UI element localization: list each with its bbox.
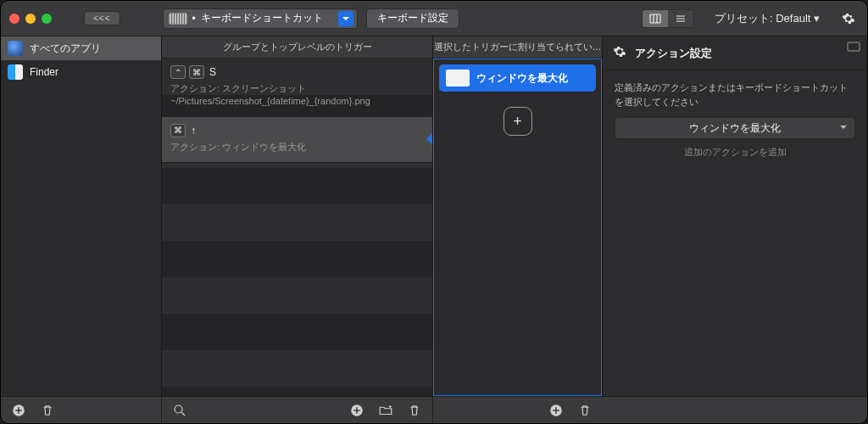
expand-panel-icon[interactable]: [847, 42, 860, 54]
sidebar-item-all-apps[interactable]: すべてのアプリ: [1, 36, 161, 60]
keycap-icon: ⌘: [189, 65, 204, 79]
add-action-button[interactable]: +: [504, 107, 532, 136]
app-window: <<< • キーボードショートカット キーボード設定 プリセット: Defaul…: [0, 0, 868, 424]
dropdown-caret-icon: [338, 11, 353, 26]
add-app-button[interactable]: [9, 401, 28, 420]
action-select[interactable]: ウィンドウを最大化: [615, 117, 855, 139]
new-group-button[interactable]: [376, 401, 395, 420]
triggers-list: ⌃ ⌘ S アクション: スクリーンショット ~/Pictures/Screen…: [162, 59, 432, 396]
assigned-actions-column: 選択したトリガーに割り当てられてい… ウィンドウを最大化 +: [433, 36, 603, 396]
svg-rect-9: [15, 410, 22, 411]
chevron-down-icon: [839, 122, 848, 134]
panel-header: アクション設定: [603, 36, 867, 70]
globe-icon: [8, 41, 23, 56]
key-letter: ↑: [191, 125, 196, 137]
search-button[interactable]: [170, 401, 189, 420]
svg-rect-0: [650, 14, 660, 23]
gear-icon: [613, 45, 626, 61]
assigned-actions-list: ウィンドウを最大化 +: [433, 59, 602, 396]
dropdown-bullet: •: [192, 13, 196, 25]
svg-rect-14: [353, 410, 360, 411]
keyboard-icon: [169, 13, 187, 25]
finder-icon: [8, 64, 23, 80]
window-controls: [9, 14, 52, 24]
keycap-icon: ⌃: [170, 65, 186, 79]
keycap-icon: ⌘: [170, 124, 186, 137]
titlebar: <<< • キーボードショートカット キーボード設定 プリセット: Defaul…: [1, 1, 867, 36]
back-button[interactable]: <<<: [84, 11, 120, 25]
preset-menu[interactable]: プリセット: Default ▾: [715, 11, 820, 26]
trigger-subtitle: アクション: ウィンドウを最大化: [170, 141, 424, 153]
columns-view-icon[interactable]: [643, 10, 668, 27]
list-view-icon[interactable]: [668, 10, 693, 27]
panel-body: 定義済みのアクションまたはキーボードショートカットを選択してください ウィンドウ…: [603, 70, 867, 169]
add-additional-action-link[interactable]: 追加のアクションを追加: [615, 146, 855, 159]
assigned-actions-header: 選択したトリガーに割り当てられてい…: [433, 36, 602, 59]
view-mode-toggle[interactable]: [642, 9, 694, 28]
delete-app-button[interactable]: [38, 401, 57, 420]
triggers-header: グループとトップレベルのトリガー: [162, 36, 432, 59]
action-chip[interactable]: ウィンドウを最大化: [439, 64, 596, 92]
trigger-row-selected[interactable]: ⌘ ↑ アクション: ウィンドウを最大化: [162, 117, 432, 163]
apps-sidebar: すべてのアプリ Finder: [1, 36, 162, 396]
trigger-type-dropdown[interactable]: • キーボードショートカット: [163, 8, 358, 29]
close-window-button[interactable]: [9, 14, 19, 24]
svg-line-11: [181, 412, 185, 416]
add-trigger-button[interactable]: +: [283, 178, 312, 207]
settings-gear-button[interactable]: [838, 12, 859, 25]
window-thumb-icon: [446, 70, 470, 86]
dropdown-label: キーボードショートカット: [201, 11, 333, 25]
delete-trigger-button[interactable]: [405, 401, 424, 420]
zoom-window-button[interactable]: [42, 14, 52, 24]
panel-title: アクション設定: [635, 46, 712, 61]
body: すべてのアプリ Finder グループとトップレベルのトリガー ⌃ ⌘ S アク…: [1, 36, 867, 396]
add-action-footer-button[interactable]: [547, 401, 565, 420]
svg-rect-6: [848, 42, 860, 51]
trigger-row[interactable]: ⌃ ⌘ S アクション: スクリーンショット ~/Pictures/Screen…: [162, 59, 432, 117]
sidebar-item-finder[interactable]: Finder: [1, 60, 161, 84]
action-settings-panel: アクション設定 定義済みのアクションまたはキーボードショートカットを選択してくだ…: [603, 36, 867, 396]
sidebar-item-label: Finder: [30, 66, 58, 78]
action-chip-label: ウィンドウを最大化: [476, 71, 568, 86]
preset-label: プリセット: Default ▾: [715, 11, 820, 26]
key-letter: S: [209, 66, 216, 78]
svg-rect-17: [553, 410, 559, 411]
triggers-column: グループとトップレベルのトリガー ⌃ ⌘ S アクション: スクリーンショット …: [162, 36, 433, 396]
footer: [1, 396, 867, 423]
delete-action-button[interactable]: [576, 401, 594, 420]
action-select-value: ウィンドウを最大化: [689, 121, 781, 136]
panel-hint: 定義済みのアクションまたはキーボードショートカットを選択してください: [615, 81, 855, 109]
trigger-subtitle: アクション: スクリーンショット ~/Pictures/Screenshot_{…: [170, 82, 424, 108]
sidebar-item-label: すべてのアプリ: [30, 42, 101, 56]
svg-point-10: [175, 405, 182, 413]
add-trigger-footer-button[interactable]: [348, 401, 366, 420]
minimize-window-button[interactable]: [25, 14, 36, 24]
keyboard-settings-button[interactable]: キーボード設定: [366, 8, 459, 29]
gear-icon: [842, 12, 855, 25]
